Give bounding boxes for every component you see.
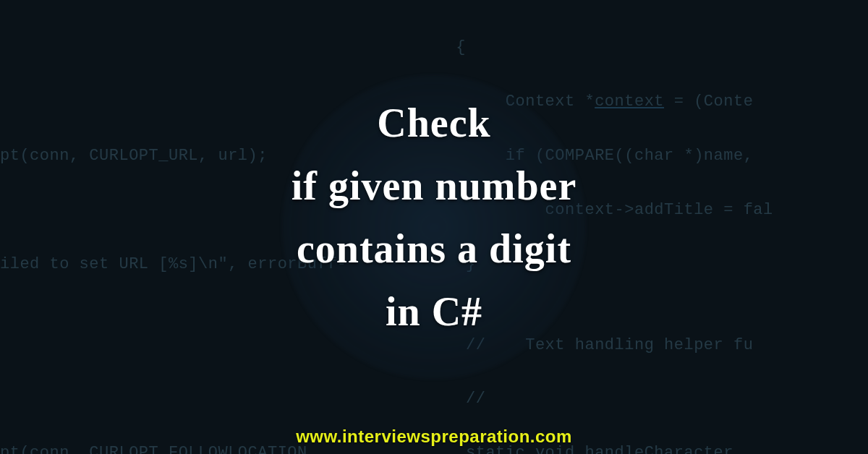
title-line-3: contains a digit xyxy=(0,218,868,280)
title-line-1: Check xyxy=(0,93,868,155)
title-line-4: in C# xyxy=(0,280,868,343)
title-block: Check if given number contains a digit i… xyxy=(0,93,868,343)
site-url: www.interviewspreparation.com xyxy=(296,427,572,447)
bg-code-line: // xyxy=(0,385,868,412)
bg-code-line: { xyxy=(0,34,868,61)
title-line-2: if given number xyxy=(0,155,868,218)
